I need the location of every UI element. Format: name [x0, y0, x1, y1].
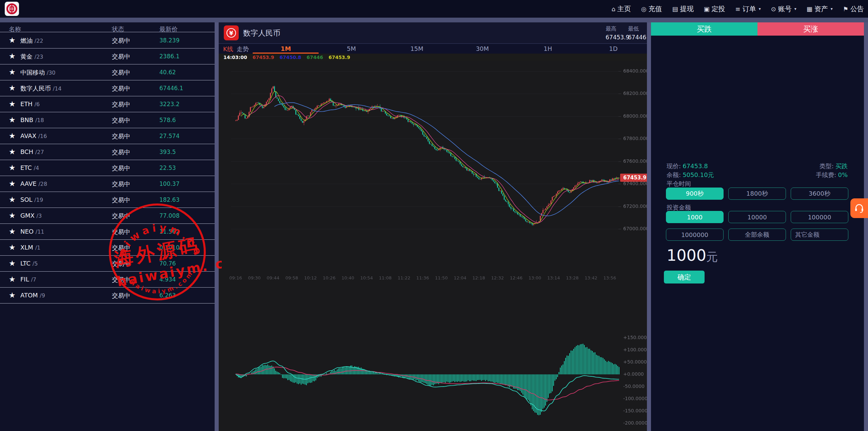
- market-row-AVAX[interactable]: ★AVAX /16交易中27.574: [0, 128, 215, 144]
- star-icon[interactable]: ★: [9, 132, 16, 140]
- price-row: 现价: 67453.8 类型: 买跌: [667, 162, 848, 170]
- star-icon[interactable]: ★: [9, 211, 16, 220]
- star-icon[interactable]: ★: [9, 243, 16, 252]
- market-row-ETH[interactable]: ★ETH /6交易中3223.2: [0, 96, 215, 112]
- market-row-SOL[interactable]: ★SOL /19交易中182.63: [0, 192, 215, 208]
- low-value: 67446: [628, 34, 646, 41]
- axis-tick: [618, 71, 621, 72]
- star-icon[interactable]: ★: [9, 84, 16, 92]
- star-icon[interactable]: ★: [9, 36, 16, 44]
- chart-tab-5M[interactable]: 5M: [347, 45, 356, 52]
- kline-canvas[interactable]: [219, 61, 647, 431]
- market-row-XLM[interactable]: ★XLM /1交易中0.10101: [0, 239, 215, 256]
- star-icon[interactable]: ★: [9, 195, 16, 204]
- market-row-黄金[interactable]: ★黄金 /23交易中2386.1: [0, 48, 215, 64]
- amount-button-100000[interactable]: 100000: [791, 211, 848, 223]
- time-axis-label: 13:00: [529, 275, 541, 280]
- scrollbar-right[interactable]: [864, 22, 868, 431]
- chart-tab-K线[interactable]: K线: [223, 45, 233, 53]
- market-row-BCH[interactable]: ★BCH /27交易中393.5: [0, 144, 215, 160]
- macd-axis-label: +100.0000: [623, 347, 650, 352]
- instrument-price: 0.10101: [159, 244, 183, 251]
- instrument-name: BNB /18: [20, 116, 44, 123]
- market-row-LTC[interactable]: ★LTC /5交易中70.76: [0, 255, 215, 272]
- confirm-button[interactable]: 确定: [664, 271, 705, 283]
- market-row-燃油[interactable]: ★燃油 /22交易中38.239: [0, 32, 215, 48]
- macd-axis-label: -100.0000: [623, 396, 648, 401]
- current-price-tag: 67453.9: [620, 174, 649, 182]
- star-icon[interactable]: ★: [9, 275, 16, 283]
- instrument-status: 交易中: [112, 37, 130, 45]
- amount-button-1000[interactable]: 1000: [666, 211, 724, 223]
- instrument-price: 3223.2: [159, 101, 179, 107]
- info-low: 67446: [307, 55, 323, 60]
- time-axis-label: 10:12: [304, 275, 317, 280]
- market-row-GMX[interactable]: ★GMX /3交易中77.008: [0, 208, 215, 224]
- market-row-NEO[interactable]: ★NEO /11交易中11.562: [0, 223, 215, 240]
- close-time-button-900秒[interactable]: 900秒: [666, 188, 724, 200]
- instrument-name: ATOM /9: [20, 292, 45, 299]
- market-row-FIL[interactable]: ★FIL /7交易中4.934: [0, 271, 215, 288]
- market-row-中国移动[interactable]: ★中国移动 /30交易中40.62: [0, 64, 215, 80]
- nav-item-6[interactable]: ⊙账号▾: [771, 4, 796, 14]
- nav-item-8[interactable]: ⚑公告: [843, 4, 864, 14]
- macd-axis-label: +0.0000: [623, 371, 644, 377]
- nav-item-4[interactable]: ▣定投: [704, 4, 725, 14]
- star-icon[interactable]: ★: [9, 68, 16, 76]
- chart-tab-15M[interactable]: 15M: [410, 45, 423, 52]
- nav-icon: ⊙: [771, 5, 776, 13]
- axis-tick: [618, 94, 621, 94]
- nav-item-1[interactable]: ⌂主页: [611, 4, 631, 14]
- bank-logo-icon: [6, 3, 18, 15]
- star-icon[interactable]: ★: [9, 163, 16, 172]
- market-row-BNB[interactable]: ★BNB /18交易中578.6: [0, 112, 215, 128]
- nav-item-2[interactable]: ◎充值: [641, 4, 662, 14]
- nav-item-7[interactable]: ▦资产▾: [807, 4, 833, 14]
- amount-display: 1000元: [667, 246, 718, 265]
- time-axis-label: 13:14: [547, 275, 560, 280]
- market-row-数字人民币[interactable]: ★数字人民币 /14交易中67446.1: [0, 80, 215, 96]
- amount-button-1000000[interactable]: 1000000: [666, 229, 724, 241]
- tab-buy-up[interactable]: 买涨: [757, 22, 864, 36]
- chart-tab-1H[interactable]: 1H: [544, 45, 552, 52]
- amount-button-10000[interactable]: 10000: [728, 211, 786, 223]
- market-row-ETC[interactable]: ★ETC /4交易中22.53: [0, 160, 215, 176]
- star-icon[interactable]: ★: [9, 148, 16, 156]
- macd-axis-label: -200.0000: [623, 420, 648, 426]
- close-time-button-1800秒[interactable]: 1800秒: [728, 188, 786, 200]
- market-row-ATOM[interactable]: ★ATOM /9交易中6.263: [0, 287, 215, 303]
- chart-tab-1D[interactable]: 1D: [609, 45, 617, 52]
- time-axis-label: 09:30: [248, 275, 260, 280]
- nav-item-3[interactable]: ▤提现: [672, 4, 694, 14]
- scrollbar-left[interactable]: [215, 22, 219, 431]
- current-price-value: 67453.8: [683, 162, 708, 170]
- time-axis-label: 09:58: [285, 275, 298, 280]
- chart-tab-1M[interactable]: 1M: [281, 45, 291, 52]
- star-icon[interactable]: ★: [9, 116, 16, 124]
- tab-buy-down[interactable]: 买跌: [651, 22, 757, 36]
- instrument-name: BCH /27: [20, 148, 44, 155]
- app-logo[interactable]: [5, 2, 19, 16]
- amount-button-其它金额[interactable]: 其它金额: [791, 229, 848, 241]
- nav-icon: ⚑: [843, 5, 848, 13]
- star-icon[interactable]: ★: [9, 179, 16, 188]
- star-icon[interactable]: ★: [9, 259, 16, 268]
- fee-value: 0%: [838, 171, 848, 178]
- scrollbar-middle[interactable]: [647, 22, 651, 431]
- chart-tab-走势[interactable]: 走势: [237, 45, 249, 53]
- chart-tab-30M[interactable]: 30M: [476, 45, 489, 52]
- instrument-price: 2386.1: [159, 53, 179, 60]
- close-time-button-3600秒[interactable]: 3600秒: [791, 188, 848, 200]
- star-icon[interactable]: ★: [9, 227, 16, 236]
- amount-button-全部余额[interactable]: 全部余额: [728, 229, 786, 241]
- star-icon[interactable]: ★: [9, 100, 16, 108]
- instrument-status: 交易中: [112, 164, 130, 172]
- star-icon[interactable]: ★: [9, 52, 16, 60]
- customer-service-button[interactable]: [850, 198, 868, 218]
- amount-label: 投资金额: [667, 203, 691, 212]
- headset-icon: [854, 203, 864, 213]
- market-row-AAVE[interactable]: ★AAVE /28交易中100.37: [0, 176, 215, 192]
- nav-item-5[interactable]: ≡订单▾: [735, 4, 761, 14]
- star-icon[interactable]: ★: [9, 291, 16, 299]
- time-axis-label: 11:22: [398, 275, 410, 280]
